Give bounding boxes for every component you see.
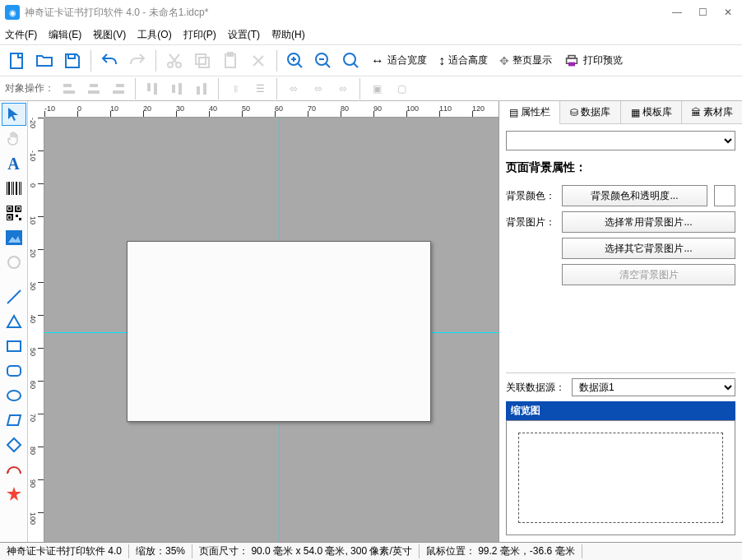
canvas[interactable] — [44, 118, 499, 542]
group-icon: ▣ — [367, 79, 387, 99]
fit-height-button[interactable]: ↕适合高度 — [435, 53, 491, 68]
pan-tool[interactable] — [2, 127, 26, 150]
ungroup-icon: ▢ — [392, 79, 411, 99]
menu-print[interactable]: 打印(P) — [183, 28, 216, 42]
tab-database[interactable]: ⛁数据库 — [560, 101, 621, 123]
object-toolbar-label: 对象操作： — [5, 81, 54, 95]
svg-rect-29 — [13, 182, 14, 195]
select-tool[interactable] — [2, 103, 26, 126]
image-tool[interactable] — [2, 226, 26, 249]
bgimg-common-button[interactable]: 选择常用背景图片... — [562, 211, 735, 233]
minimize-button[interactable]: — — [672, 7, 682, 18]
page-card[interactable] — [127, 241, 431, 422]
tab-materials[interactable]: 🏛素材库 — [682, 101, 742, 123]
maximize-button[interactable]: ☐ — [698, 7, 707, 18]
status-bar: 神奇证卡证书打印软件 4.0 缩放：35% 页面尺寸： 90.0 毫米 x 54… — [0, 542, 742, 560]
diamond-tool[interactable] — [2, 433, 26, 456]
paste-button[interactable] — [219, 49, 242, 72]
datasource-select[interactable]: 数据源1 — [572, 378, 735, 396]
parallelogram-tool[interactable] — [2, 409, 26, 432]
copy-button[interactable] — [191, 49, 214, 72]
ellipse-tool[interactable] — [2, 384, 26, 407]
svg-rect-17 — [88, 90, 100, 94]
status-zoom: 缩放：35% — [129, 544, 192, 558]
menu-edit[interactable]: 编辑(E) — [49, 28, 81, 42]
align-left-icon — [59, 79, 79, 99]
undo-button[interactable] — [98, 49, 121, 72]
barcode-tool[interactable] — [2, 177, 26, 200]
svg-rect-25 — [203, 83, 206, 95]
svg-rect-28 — [12, 182, 12, 195]
svg-rect-1 — [68, 54, 75, 58]
menu-help[interactable]: 帮助(H) — [271, 28, 305, 42]
svg-rect-0 — [11, 53, 22, 68]
svg-point-10 — [344, 53, 355, 65]
same-width-icon: ⬄ — [284, 79, 304, 99]
database-icon: ⛁ — [570, 107, 578, 118]
right-panel: ▤属性栏 ⛁数据库 ▦模板库 🏛素材库 页面背景属性： 背景颜色： 背景颜色和透… — [499, 101, 742, 542]
svg-marker-50 — [7, 438, 21, 451]
triangle-tool[interactable] — [2, 310, 26, 333]
bgcolor-label: 背景颜色： — [506, 189, 555, 203]
svg-point-43 — [8, 257, 20, 268]
close-button[interactable]: ✕ — [724, 7, 732, 18]
redo-button[interactable] — [126, 49, 149, 72]
menu-settings[interactable]: 设置(T) — [228, 28, 260, 42]
horizontal-ruler[interactable]: -100102030405060708090100110120130 — [44, 101, 499, 118]
zoom-reset-button[interactable] — [340, 49, 363, 72]
rect-tool[interactable] — [2, 335, 26, 358]
bgcolor-swatch[interactable] — [714, 185, 735, 206]
svg-rect-4 — [199, 58, 209, 67]
main-area: A -100102030405060708090100110120130 -20… — [0, 100, 742, 542]
bgimg-other-button[interactable]: 选择其它背景图片... — [562, 238, 735, 259]
svg-rect-37 — [17, 207, 20, 210]
status-pagesize: 页面尺寸： 90.0 毫米 x 54.0 毫米, 300 像素/英寸 — [192, 544, 420, 558]
cut-button[interactable] — [163, 49, 186, 72]
circle-hollow-tool[interactable] — [2, 251, 26, 274]
menu-file[interactable]: 文件(F) — [5, 28, 37, 42]
object-selector[interactable] — [506, 131, 735, 150]
svg-marker-53 — [7, 487, 21, 501]
fit-width-button[interactable]: ↔适合宽度 — [368, 53, 430, 68]
datasource-label: 关联数据源： — [506, 381, 565, 395]
star-tool[interactable] — [2, 483, 26, 506]
svg-rect-13 — [568, 62, 575, 66]
svg-rect-38 — [8, 216, 11, 219]
roundrect-tool[interactable] — [2, 359, 26, 382]
list-icon: ▤ — [509, 107, 518, 118]
svg-rect-27 — [8, 182, 10, 195]
vertical-ruler[interactable]: -20-100102030405060708090100110 — [28, 118, 44, 542]
svg-marker-45 — [7, 316, 21, 327]
zoom-out-button[interactable] — [312, 49, 335, 72]
object-toolbar: 对象操作： ⫴ ☰ ⬄ ⬄ ⬄ ▣ ▢ — [0, 76, 742, 100]
full-page-button[interactable]: ✥整页显示 — [496, 53, 555, 67]
menu-tools[interactable]: 工具(O) — [137, 28, 171, 42]
svg-rect-32 — [21, 182, 21, 195]
left-toolbox: A — [0, 101, 28, 542]
svg-rect-46 — [7, 341, 21, 351]
same-size-icon: ⬄ — [333, 79, 353, 99]
svg-rect-47 — [7, 366, 21, 376]
arc-tool[interactable] — [2, 458, 26, 481]
zoom-in-button[interactable] — [284, 49, 307, 72]
svg-rect-14 — [63, 84, 72, 87]
svg-rect-40 — [19, 218, 21, 220]
text-tool[interactable]: A — [2, 152, 26, 175]
new-button[interactable] — [5, 49, 28, 72]
menu-view[interactable]: 视图(V) — [93, 28, 126, 42]
line-tool[interactable] — [2, 285, 26, 308]
bgcolor-button[interactable]: 背景颜色和透明度... — [562, 185, 707, 206]
bgimg-clear-button[interactable]: 清空背景图片 — [562, 264, 735, 285]
tab-templates[interactable]: ▦模板库 — [621, 101, 682, 123]
svg-line-44 — [7, 290, 21, 303]
print-preview-button[interactable]: 打印预览 — [560, 53, 626, 67]
app-icon: ◉ — [5, 5, 20, 20]
svg-rect-19 — [113, 90, 124, 94]
open-button[interactable] — [33, 49, 56, 72]
svg-rect-20 — [147, 83, 151, 91]
qrcode-tool[interactable] — [2, 201, 26, 224]
tab-properties[interactable]: ▤属性栏 — [499, 101, 560, 124]
delete-button[interactable] — [247, 49, 270, 72]
save-button[interactable] — [61, 49, 84, 72]
svg-line-52 — [11, 468, 12, 469]
